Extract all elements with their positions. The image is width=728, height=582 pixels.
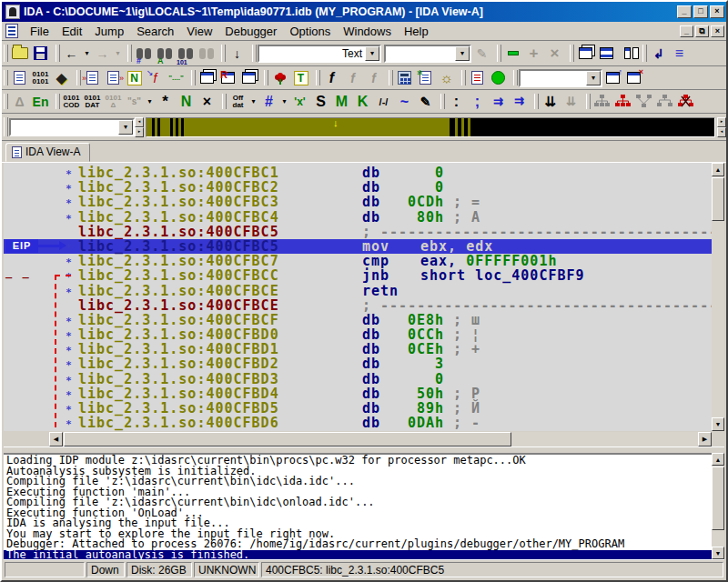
delete-function-button[interactable]: f [363,68,384,88]
scroll-right-icon[interactable]: ▶ [698,432,712,447]
binary-view-button[interactable]: 01010101 [30,68,51,88]
disasm-row[interactable]: ∗libc_2.3.1.so:400CFBD5db89h ; Й [4,401,712,416]
user-graph-button[interactable] [675,92,696,112]
offset-data-button[interactable]: Offdat [228,92,248,112]
disasm-vscroll-thumb[interactable] [712,177,724,221]
edit-function-button[interactable]: f [342,68,363,88]
search-text-button[interactable]: A [154,44,175,64]
output-line[interactable]: The initial autoanalysis is finished. [4,550,712,559]
name-button[interactable]: N [176,92,197,112]
enum-button[interactable]: M [331,92,352,112]
calculator-button[interactable] [394,68,415,88]
mdi-restore-button[interactable]: ⧉ [695,25,709,37]
call-graph-button[interactable] [612,92,633,112]
make-array-button[interactable]: * [155,92,176,112]
disasm-row[interactable]: ∗libc_2.3.1.so:400CFBC7cmpeax, 0FFFFF001… [4,254,712,268]
menu-search[interactable]: Search [130,23,180,40]
search-binary-button[interactable]: # [133,44,154,64]
disasm-row[interactable]: ∗libc_2.3.1.so:400CFBC4db80h ; A [4,210,712,225]
navband-left-buttons[interactable]: ◂▸ [135,117,144,137]
disasm-row[interactable]: ∗libc_2.3.1.so:400CFBD2db3 [4,356,712,371]
combo-dropdown-icon[interactable]: ▾ [365,46,379,61]
script-file-button[interactable]: ✲ [415,68,436,88]
address-combobox[interactable]: ▾ [9,118,135,136]
scroll-up-icon[interactable]: ▲ [712,453,724,466]
number-dropdown[interactable]: ▾ [279,92,289,112]
back-history-dropdown[interactable]: ▾ [82,44,92,64]
disasm-row[interactable]: ∗libc_2.3.1.so:400CFBCFdb0E8h ; ш [4,313,712,327]
search-again-button[interactable] [196,44,217,64]
rename-button[interactable]: N [124,68,145,88]
output-vertical-scrollbar[interactable]: ▲ ▼ [712,453,724,559]
attach-process-button[interactable]: ↑ [602,68,623,88]
xrefs-to-button[interactable]: » [82,68,103,88]
segments-window-button[interactable] [238,68,259,88]
scroll-down-icon[interactable]: ▼ [712,417,724,431]
combo-dropdown-icon[interactable]: ▾ [118,120,133,135]
open-windows-button[interactable] [197,68,217,88]
disasm-horizontal-scrollbar[interactable]: ◀ ▶ [49,432,712,447]
xref-graph-from-button[interactable] [654,92,675,112]
window-jump-button[interactable]: ↲ [648,44,669,64]
disasm-row[interactable]: libc_2.3.1.so:400CFBCE; ----------------… [4,298,712,313]
search-value-combobox[interactable]: ▾ [384,45,471,63]
align-button[interactable]: ⇊ [540,92,561,112]
regular-comment-button[interactable]: : [446,92,467,112]
segment-button[interactable]: S [310,92,331,112]
disasm-row[interactable]: ∗libc_2.3.1.so:400CFBD4db50h ; P [4,386,712,401]
stack-var-button[interactable]: K [352,92,373,112]
menu-edit[interactable]: Edit [56,23,88,40]
xref-graph-to-button[interactable] [633,92,654,112]
align-disabled-button[interactable]: ⇊ [561,92,581,112]
menu-help[interactable]: Help [398,23,435,40]
navigate-back-button[interactable]: ← [61,44,82,64]
cascade-windows-button[interactable] [575,44,596,64]
make-code-button[interactable]: 0101COD [61,92,82,112]
create-function-button[interactable]: f [321,68,342,88]
invert-sign-button[interactable]: ~ [394,92,415,112]
save-file-button[interactable] [30,44,51,64]
disasm-vertical-scrollbar[interactable]: ▲ ▼ [712,163,724,431]
delete-name-button[interactable]: × [197,92,217,112]
mdi-minimize-button[interactable]: _ [680,25,693,37]
repeatable-comment-button[interactable]: ; [467,92,488,112]
menu-debugger[interactable]: Debugger [218,23,283,40]
scroll-up-icon[interactable]: ▲ [712,163,724,176]
breakpoint-remove-button[interactable] [502,44,523,64]
posterior-line-button[interactable]: ⇉ [509,92,530,112]
xrefs-from-button[interactable]: » [103,68,124,88]
navigate-forward-button[interactable]: → [92,44,113,64]
scroll-down-icon[interactable]: ▼ [712,547,724,559]
jump-address-button[interactable]: ↓ [227,44,248,64]
disasm-row[interactable]: ∗libc_2.3.1.so:400CFBC3db0CDh ; = [4,195,712,209]
delete-item-button[interactable]: × [544,44,565,64]
set-type-button[interactable]: T [290,68,311,88]
menu-options[interactable]: Options [283,23,337,40]
tile-vertical-button[interactable] [617,44,638,64]
title-bar[interactable]: IDA - C:\DOCUME~1\ig\LOCALS~1\Temp\ida90… [2,2,726,22]
mdi-close-button[interactable]: × [711,25,724,37]
disasm-hscroll-thumb[interactable] [64,432,511,447]
char-button[interactable]: 'x' [289,92,310,112]
offset-dropdown[interactable]: ▾ [248,92,258,112]
number-button[interactable]: # [258,92,279,112]
edit-comment-button[interactable]: ✎ [415,92,436,112]
combo-dropdown-icon[interactable]: ▾ [455,46,470,61]
search-text-combobox[interactable]: Text ▾ [258,45,381,63]
scroll-left-icon[interactable]: ◀ [49,432,63,447]
menu-file[interactable]: File [24,23,56,40]
mark-position-button[interactable]: ✎ [471,44,492,64]
disasm-row[interactable]: ∗libc_2.3.1.so:400CFBD6db0DAh ; - [4,416,712,430]
disassembly-view[interactable]: ∗libc_2.3.1.so:400CFBC1db0∗libc_2.3.1.so… [4,163,712,431]
flowchart-button[interactable] [269,68,290,88]
menu-view[interactable]: View [180,23,218,40]
tile-horizontal-button[interactable] [596,44,617,64]
maximize-button[interactable]: □ [693,5,708,18]
menu-jump[interactable]: Jump [88,23,130,40]
combo-dropdown-icon[interactable]: ▾ [586,71,601,85]
window-list-button[interactable]: ≡ [669,44,690,64]
output-window[interactable]: Loading IDP module z:\idasrc\current\bin… [4,453,712,559]
struct-offset-button[interactable]: /-/ [373,92,394,112]
debugger-combobox[interactable]: ▾ [519,69,602,87]
splitter[interactable] [4,447,724,453]
